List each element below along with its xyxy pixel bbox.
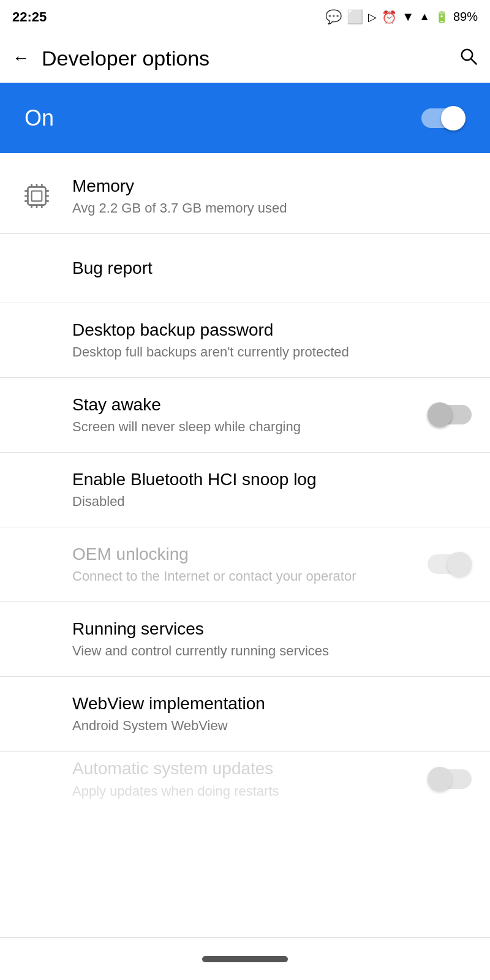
battery-level: 89% — [453, 10, 478, 24]
oem-unlocking-text: OEM unlocking Connect to the Internet or… — [72, 543, 415, 586]
bluetooth-hci-subtitle: Disabled — [72, 493, 472, 511]
svg-line-1 — [471, 59, 476, 64]
bug-report-icon-placeholder — [18, 250, 55, 287]
svg-rect-2 — [28, 187, 45, 205]
tablet-icon: ⬜ — [347, 9, 363, 25]
send-icon: ▷ — [368, 10, 377, 24]
running-services-title: Running services — [72, 618, 472, 640]
desktop-backup-icon-placeholder — [18, 322, 55, 358]
oem-unlocking-toggle-thumb — [447, 552, 472, 576]
toggle-thumb — [441, 106, 466, 130]
setting-item-bluetooth-hci[interactable]: Enable Bluetooth HCI snoop log Disabled — [0, 453, 490, 527]
page-title: Developer options — [42, 47, 459, 70]
desktop-backup-subtitle: Desktop full backups aren't currently pr… — [72, 344, 472, 361]
developer-options-toggle-banner[interactable]: On — [0, 83, 490, 153]
setting-item-memory[interactable]: Memory Avg 2.2 GB of 3.7 GB memory used — [0, 159, 490, 233]
oem-unlocking-subtitle: Connect to the Internet or contact your … — [72, 568, 415, 586]
bluetooth-hci-text: Enable Bluetooth HCI snoop log Disabled — [72, 469, 472, 511]
memory-title: Memory — [72, 175, 472, 197]
back-button[interactable]: ← — [12, 48, 29, 68]
on-label: On — [24, 105, 54, 131]
stay-awake-toggle[interactable] — [428, 402, 472, 427]
developer-options-toggle[interactable] — [421, 106, 466, 130]
setting-item-running-services[interactable]: Running services View and control curren… — [0, 602, 490, 676]
running-services-icon-placeholder — [18, 620, 55, 657]
status-time: 22:25 — [12, 9, 47, 25]
search-button[interactable] — [459, 47, 478, 70]
status-icons: 💬 ⬜ ▷ ⏰ ▼ ▲ 🔋 89% — [325, 9, 478, 25]
automatic-updates-icon-placeholder — [18, 761, 55, 797]
setting-item-automatic-updates[interactable]: Automatic system updates Apply updates w… — [0, 752, 490, 807]
automatic-updates-toggle[interactable] — [428, 767, 472, 791]
bottom-nav-bar — [0, 937, 490, 980]
oem-unlocking-icon-placeholder — [18, 546, 55, 582]
settings-list: Memory Avg 2.2 GB of 3.7 GB memory used … — [0, 153, 490, 813]
battery-icon: 🔋 — [435, 10, 448, 24]
setting-item-webview-implementation[interactable]: WebView implementation Android System We… — [0, 677, 490, 751]
automatic-updates-text: Automatic system updates Apply updates w… — [72, 758, 415, 800]
running-services-subtitle: View and control currently running servi… — [72, 643, 472, 660]
webview-icon-placeholder — [18, 695, 55, 732]
home-indicator[interactable] — [202, 956, 288, 962]
wifi-icon: ▼ — [402, 10, 414, 24]
memory-text: Memory Avg 2.2 GB of 3.7 GB memory used — [72, 175, 472, 217]
automatic-updates-title: Automatic system updates — [72, 758, 415, 780]
memory-icon — [18, 178, 55, 214]
automatic-updates-subtitle: Apply updates when doing restarts — [72, 783, 415, 801]
setting-item-oem-unlocking: OEM unlocking Connect to the Internet or… — [0, 527, 490, 601]
webview-subtitle: Android System WebView — [72, 717, 472, 735]
bug-report-text: Bug report — [72, 257, 472, 279]
bluetooth-hci-title: Enable Bluetooth HCI snoop log — [72, 469, 472, 491]
signal-icon: ▲ — [419, 10, 430, 23]
setting-item-bug-report[interactable]: Bug report — [0, 234, 490, 303]
status-bar: 22:25 💬 ⬜ ▷ ⏰ ▼ ▲ 🔋 89% — [0, 0, 490, 34]
setting-item-desktop-backup-password[interactable]: Desktop backup password Desktop full bac… — [0, 303, 490, 377]
stay-awake-title: Stay awake — [72, 394, 415, 416]
webview-title: WebView implementation — [72, 693, 472, 715]
automatic-updates-toggle-thumb — [428, 767, 452, 791]
desktop-backup-title: Desktop backup password — [72, 319, 472, 341]
bug-report-title: Bug report — [72, 257, 472, 279]
running-services-text: Running services View and control curren… — [72, 618, 472, 660]
stay-awake-subtitle: Screen will never sleep while charging — [72, 418, 415, 436]
svg-rect-3 — [32, 191, 42, 202]
oem-unlocking-toggle — [428, 552, 472, 576]
whatsapp-icon: 💬 — [325, 9, 342, 25]
bluetooth-hci-icon-placeholder — [18, 471, 55, 508]
stay-awake-icon-placeholder — [18, 396, 55, 433]
alarm-icon: ⏰ — [382, 10, 397, 24]
memory-subtitle: Avg 2.2 GB of 3.7 GB memory used — [72, 200, 472, 217]
stay-awake-text: Stay awake Screen will never sleep while… — [72, 394, 415, 436]
oem-unlocking-title: OEM unlocking — [72, 543, 415, 565]
desktop-backup-text: Desktop backup password Desktop full bac… — [72, 319, 472, 361]
app-bar: ← Developer options — [0, 34, 490, 83]
webview-text: WebView implementation Android System We… — [72, 693, 472, 735]
setting-item-stay-awake[interactable]: Stay awake Screen will never sleep while… — [0, 378, 490, 452]
